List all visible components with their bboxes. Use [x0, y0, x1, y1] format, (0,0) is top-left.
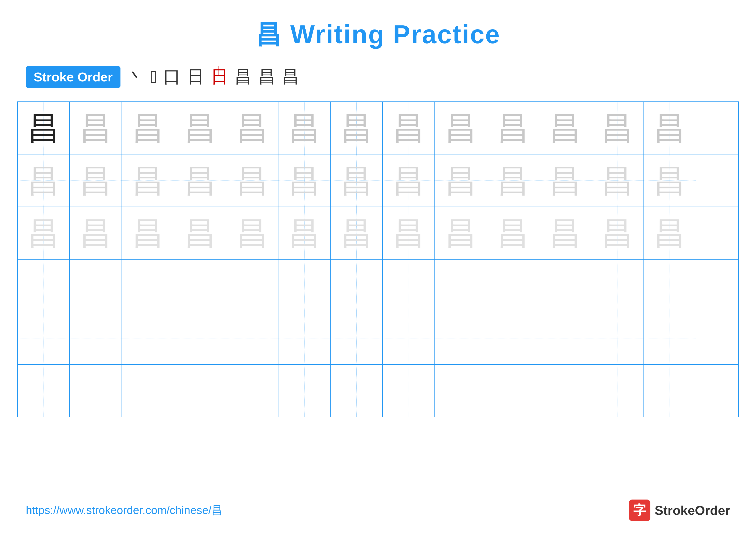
grid-cell-r3-c13[interactable]: 昌: [643, 207, 696, 259]
grid-cell-r1-c7[interactable]: 昌: [331, 102, 383, 154]
title-text: Writing Practice: [290, 20, 500, 49]
grid-row-2: 昌 昌 昌 昌 昌 昌 昌 昌 昌 昌 昌 昌: [18, 154, 738, 207]
grid-row-5: [18, 312, 738, 365]
grid-cell-r4-c5[interactable]: [226, 260, 279, 312]
grid-cell-r1-c10[interactable]: 昌: [487, 102, 539, 154]
grid-cell-r4-c2[interactable]: [70, 260, 122, 312]
grid-cell-r3-c2[interactable]: 昌: [70, 207, 122, 259]
grid-cell-r3-c12[interactable]: 昌: [591, 207, 643, 259]
grid-cell-r2-c6[interactable]: 昌: [279, 154, 331, 207]
practice-char: 昌: [340, 217, 373, 249]
grid-cell-r1-c13[interactable]: 昌: [643, 102, 696, 154]
grid-cell-r1-c1[interactable]: 昌: [18, 102, 70, 154]
practice-char: 昌: [445, 217, 477, 249]
stroke-1: 丶: [127, 65, 144, 89]
grid-cell-r5-c1[interactable]: [18, 312, 70, 364]
grid-cell-r2-c13[interactable]: 昌: [643, 154, 696, 207]
grid-cell-r3-c4[interactable]: 昌: [174, 207, 226, 259]
grid-cell-r2-c3[interactable]: 昌: [122, 154, 174, 207]
grid-row-3: 昌 昌 昌 昌 昌 昌 昌 昌 昌 昌 昌 昌: [18, 207, 738, 260]
grid-cell-r4-c9[interactable]: [435, 260, 487, 312]
grid-cell-r5-c3[interactable]: [122, 312, 174, 364]
grid-cell-r2-c10[interactable]: 昌: [487, 154, 539, 207]
grid-cell-r3-c8[interactable]: 昌: [383, 207, 435, 259]
practice-char: 昌: [288, 112, 320, 144]
grid-cell-r3-c6[interactable]: 昌: [279, 207, 331, 259]
grid-cell-r3-c7[interactable]: 昌: [331, 207, 383, 259]
practice-char: 昌: [80, 112, 112, 144]
grid-cell-r1-c6[interactable]: 昌: [279, 102, 331, 154]
grid-cell-r4-c10[interactable]: [487, 260, 539, 312]
grid-cell-r5-c6[interactable]: [279, 312, 331, 364]
grid-cell-r2-c1[interactable]: 昌: [18, 154, 70, 207]
grid-cell-r2-c8[interactable]: 昌: [383, 154, 435, 207]
grid-cell-r5-c12[interactable]: [591, 312, 643, 364]
grid-cell-r2-c2[interactable]: 昌: [70, 154, 122, 207]
grid-cell-r1-c12[interactable]: 昌: [591, 102, 643, 154]
grid-cell-r6-c7[interactable]: [331, 365, 383, 417]
practice-grid: 昌 昌 昌 昌 昌 昌 昌 昌 昌 昌 昌 昌: [17, 101, 739, 417]
grid-cell-r5-c11[interactable]: [539, 312, 591, 364]
grid-cell-r5-c2[interactable]: [70, 312, 122, 364]
grid-cell-r5-c9[interactable]: [435, 312, 487, 364]
grid-cell-r2-c5[interactable]: 昌: [226, 154, 279, 207]
grid-cell-r6-c11[interactable]: [539, 365, 591, 417]
practice-char: 昌: [653, 112, 686, 144]
grid-cell-r6-c5[interactable]: [226, 365, 279, 417]
grid-cell-r6-c6[interactable]: [279, 365, 331, 417]
practice-char: 昌: [445, 112, 477, 144]
practice-char: 昌: [236, 217, 268, 249]
grid-cell-r3-c3[interactable]: 昌: [122, 207, 174, 259]
grid-cell-r2-c12[interactable]: 昌: [591, 154, 643, 207]
practice-char: 昌: [184, 217, 216, 249]
grid-cell-r1-c4[interactable]: 昌: [174, 102, 226, 154]
grid-cell-r6-c13[interactable]: [643, 365, 696, 417]
grid-cell-r5-c4[interactable]: [174, 312, 226, 364]
practice-char: 昌: [653, 217, 686, 249]
grid-cell-r1-c8[interactable]: 昌: [383, 102, 435, 154]
grid-cell-r4-c8[interactable]: [383, 260, 435, 312]
grid-cell-r6-c8[interactable]: [383, 365, 435, 417]
grid-cell-r1-c5[interactable]: 昌: [226, 102, 279, 154]
grid-cell-r2-c9[interactable]: 昌: [435, 154, 487, 207]
grid-cell-r2-c4[interactable]: 昌: [174, 154, 226, 207]
grid-cell-r4-c6[interactable]: [279, 260, 331, 312]
practice-char: 昌: [288, 217, 320, 249]
grid-cell-r4-c3[interactable]: [122, 260, 174, 312]
stroke-6: 昌: [234, 65, 252, 89]
grid-cell-r4-c7[interactable]: [331, 260, 383, 312]
grid-cell-r6-c10[interactable]: [487, 365, 539, 417]
grid-cell-r6-c3[interactable]: [122, 365, 174, 417]
grid-cell-r6-c12[interactable]: [591, 365, 643, 417]
practice-char: 昌: [340, 112, 373, 144]
grid-cell-r4-c12[interactable]: [591, 260, 643, 312]
grid-cell-r3-c9[interactable]: 昌: [435, 207, 487, 259]
practice-char: 昌: [27, 217, 60, 249]
grid-cell-r5-c7[interactable]: [331, 312, 383, 364]
grid-cell-r6-c9[interactable]: [435, 365, 487, 417]
grid-cell-r3-c11[interactable]: 昌: [539, 207, 591, 259]
grid-cell-r2-c11[interactable]: 昌: [539, 154, 591, 207]
grid-cell-r5-c10[interactable]: [487, 312, 539, 364]
grid-cell-r6-c1[interactable]: [18, 365, 70, 417]
grid-cell-r4-c11[interactable]: [539, 260, 591, 312]
grid-cell-r4-c4[interactable]: [174, 260, 226, 312]
grid-cell-r1-c9[interactable]: 昌: [435, 102, 487, 154]
grid-cell-r3-c5[interactable]: 昌: [226, 207, 279, 259]
grid-cell-r5-c5[interactable]: [226, 312, 279, 364]
practice-char: 昌: [549, 112, 581, 144]
grid-cell-r6-c4[interactable]: [174, 365, 226, 417]
grid-cell-r1-c11[interactable]: 昌: [539, 102, 591, 154]
grid-cell-r1-c2[interactable]: 昌: [70, 102, 122, 154]
grid-cell-r2-c7[interactable]: 昌: [331, 154, 383, 207]
grid-cell-r5-c13[interactable]: [643, 312, 696, 364]
grid-cell-r1-c3[interactable]: 昌: [122, 102, 174, 154]
grid-cell-r3-c1[interactable]: 昌: [18, 207, 70, 259]
practice-char: 昌: [184, 165, 216, 197]
grid-cell-r4-c13[interactable]: [643, 260, 696, 312]
grid-cell-r4-c1[interactable]: [18, 260, 70, 312]
footer-url[interactable]: https://www.strokeorder.com/chinese/昌: [26, 503, 223, 518]
grid-cell-r3-c10[interactable]: 昌: [487, 207, 539, 259]
grid-cell-r5-c8[interactable]: [383, 312, 435, 364]
grid-cell-r6-c2[interactable]: [70, 365, 122, 417]
